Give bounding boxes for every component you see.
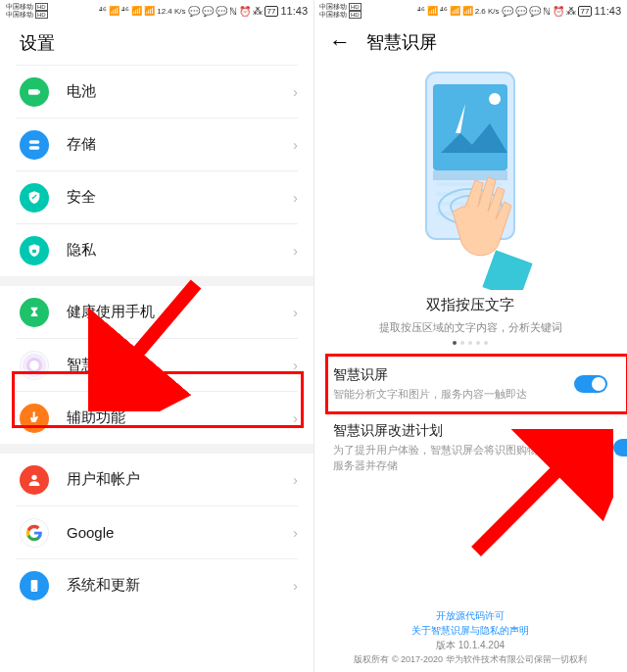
- footer: 开放源代码许可 关于智慧识屏与隐私的声明 版本 10.1.4.204 版权所有 …: [314, 608, 627, 666]
- chevron-right-icon: ›: [293, 409, 298, 426]
- row-label: 存储: [67, 135, 293, 154]
- copyright: 版权所有 © 2017-2020 华为软件技术有限公司保留一切权利: [314, 653, 627, 666]
- google-icon: [20, 518, 49, 548]
- svg-point-7: [33, 589, 34, 590]
- row-label: Google: [67, 524, 293, 541]
- svg-point-13: [489, 93, 501, 105]
- svg-rect-4: [32, 249, 36, 252]
- chevron-right-icon: ›: [293, 357, 298, 373]
- row-storage[interactable]: 存储 ›: [0, 119, 314, 170]
- row-users[interactable]: 用户和帐户 ›: [0, 454, 314, 505]
- setting-title: 智慧识屏: [333, 366, 564, 384]
- row-hivision-toggle[interactable]: 智慧识屏 智能分析文字和图片，服务内容一触即达: [314, 357, 627, 411]
- row-improvement-plan[interactable]: 智慧识屏改进计划 为了提升用户体验，智慧识屏会将识图购物图片上传华为服务器并存储: [314, 412, 627, 483]
- row-smart-assistant[interactable]: 智慧助手 ›: [0, 339, 314, 391]
- page-title: 设置: [0, 20, 314, 65]
- svg-point-5: [31, 474, 36, 479]
- chevron-right-icon: ›: [293, 189, 298, 206]
- version: 版本 10.1.4.204: [314, 639, 627, 652]
- setting-desc: 智能分析文字和图片，服务内容一触即达: [333, 387, 564, 402]
- row-label: 隐私: [67, 241, 293, 260]
- row-label: 用户和帐户: [67, 470, 293, 489]
- hand-icon: [20, 404, 49, 433]
- hourglass-icon: [20, 298, 49, 327]
- illustration: [314, 61, 627, 294]
- svg-rect-3: [29, 146, 40, 149]
- row-health[interactable]: 健康使用手机 ›: [0, 286, 314, 338]
- row-battery[interactable]: 电池 ›: [0, 66, 314, 118]
- row-system[interactable]: 系统和更新 ›: [0, 559, 314, 611]
- settings-screen: 中国移动 HD 中国移动 HD ⁴⁶📶 ⁴⁶📶 📶 12.4 K/s 💬💬💬 ℕ…: [0, 0, 314, 672]
- link-opensource[interactable]: 开放源代码许可: [314, 609, 627, 623]
- page-title: 智慧识屏: [366, 30, 437, 54]
- link-privacy[interactable]: 关于智慧识屏与隐私的声明: [314, 624, 627, 638]
- separator: [314, 0, 314, 672]
- storage-icon: [20, 130, 49, 160]
- row-label: 电池: [67, 82, 293, 101]
- svg-rect-21: [482, 250, 532, 290]
- setting-title: 智慧识屏改进计划: [333, 422, 603, 440]
- chevron-right-icon: ›: [293, 524, 298, 541]
- row-google[interactable]: Google ›: [0, 506, 314, 558]
- system-icon: [20, 571, 49, 600]
- shield-icon: [20, 183, 49, 213]
- row-label: 健康使用手机: [67, 303, 293, 321]
- chevron-right-icon: ›: [293, 577, 298, 594]
- toggle-switch[interactable]: [574, 375, 607, 393]
- chevron-right-icon: ›: [293, 304, 298, 320]
- chevron-right-icon: ›: [293, 136, 298, 153]
- chevron-right-icon: ›: [293, 471, 298, 488]
- user-icon: [20, 465, 49, 495]
- row-label: 安全: [67, 188, 293, 207]
- svg-rect-0: [28, 89, 39, 94]
- chevron-right-icon: ›: [293, 242, 298, 259]
- lock-icon: [20, 236, 49, 265]
- hivision-screen: 中国移动 HD 中国移动 HD ⁴⁶📶 ⁴⁶📶 📶 2.6 K/s 💬💬💬 ℕ⏰…: [314, 0, 627, 672]
- carousel-subtitle: 提取按压区域的文字内容，分析关键词: [314, 320, 627, 335]
- setting-desc: 为了提升用户体验，智慧识屏会将识图购物图片上传华为服务器并存储: [333, 443, 603, 473]
- svg-rect-14: [433, 170, 507, 180]
- row-privacy[interactable]: 隐私 ›: [0, 224, 314, 276]
- row-accessibility[interactable]: 辅助功能 ›: [0, 392, 314, 444]
- assistant-icon: [20, 351, 49, 380]
- status-bar: 中国移动 HD 中国移动 HD ⁴⁶📶 ⁴⁶📶 📶 12.4 K/s 💬💬💬 ℕ…: [0, 0, 314, 20]
- row-label: 智慧助手: [67, 356, 293, 374]
- svg-rect-2: [29, 140, 40, 143]
- battery-icon: [20, 77, 49, 107]
- status-bar: 中国移动 HD 中国移动 HD ⁴⁶📶 ⁴⁶📶 📶 2.6 K/s 💬💬💬 ℕ⏰…: [314, 0, 627, 20]
- toggle-switch[interactable]: [613, 439, 627, 456]
- chevron-right-icon: ›: [293, 83, 298, 100]
- back-button[interactable]: ←: [329, 29, 351, 55]
- row-label: 系统和更新: [67, 576, 293, 595]
- carousel-title: 双指按压文字: [314, 296, 627, 314]
- row-label: 辅助功能: [67, 408, 293, 427]
- svg-rect-1: [39, 90, 40, 93]
- row-security[interactable]: 安全 ›: [0, 171, 314, 223]
